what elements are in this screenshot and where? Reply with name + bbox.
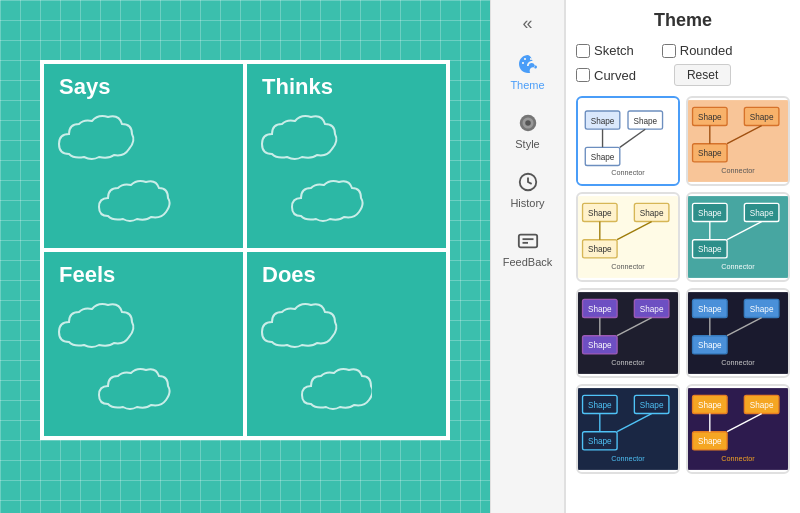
empathy-cell-says[interactable]: Says [42,62,245,250]
svg-text:Connector: Connector [721,454,755,463]
sidebar-item-history[interactable]: History [491,160,564,219]
cloud-1 [54,109,139,164]
svg-text:Shape: Shape [750,305,774,314]
theme-card-blue-purple[interactable]: Shape Shape Shape Connector [686,288,790,378]
svg-text:Shape: Shape [588,341,612,350]
curved-checkbox[interactable] [576,68,590,82]
sidebar: « Theme Style History [490,0,565,513]
sketch-checkbox[interactable] [576,44,590,58]
svg-text:Connector: Connector [611,168,645,177]
feels-label: Feels [59,262,115,288]
right-panel: Theme Sketch Rounded Curved Reset [565,0,800,513]
svg-text:Shape: Shape [698,401,722,410]
empathy-map: Says Thinks Feels [40,60,450,440]
cloud-2 [94,174,174,224]
says-label: Says [59,74,110,100]
svg-text:Shape: Shape [698,305,722,314]
feedback-icon [516,229,540,253]
svg-text:Shape: Shape [698,209,722,218]
history-icon [516,170,540,194]
theme-card-orange[interactable]: Shape Shape Shape Connector [686,96,790,186]
svg-text:Shape: Shape [698,113,722,122]
sidebar-item-history-label: History [510,197,544,209]
svg-text:Shape: Shape [698,149,722,158]
style-icon [516,111,540,135]
svg-text:Shape: Shape [591,117,615,126]
theme-card-yellow[interactable]: Shape Shape Shape Connector [576,192,680,282]
empathy-cell-thinks[interactable]: Thinks [245,62,448,250]
sidebar-item-style-label: Style [515,138,539,150]
theme-card-dark[interactable]: Shape Shape Shape Connector [576,288,680,378]
theme-row-2: Curved Reset [576,64,790,86]
svg-text:Shape: Shape [588,305,612,314]
svg-text:Shape: Shape [750,113,774,122]
svg-text:Shape: Shape [698,245,722,254]
empathy-cell-feels[interactable]: Feels [42,250,245,438]
sidebar-item-style[interactable]: Style [491,101,564,160]
svg-text:Connector: Connector [611,454,645,463]
svg-point-2 [525,120,531,126]
svg-text:Shape: Shape [750,209,774,218]
svg-text:Shape: Shape [591,153,615,162]
svg-text:Shape: Shape [640,401,664,410]
cloud-6 [94,362,174,412]
theme-icon [516,52,540,76]
panel-title: Theme [576,10,790,31]
sidebar-item-theme[interactable]: Theme [491,42,564,101]
sidebar-item-feedback-label: FeedBack [503,256,553,268]
rounded-checkbox-label[interactable]: Rounded [662,43,733,58]
cloud-3 [257,109,342,164]
cloud-8 [297,362,372,412]
svg-text:Shape: Shape [588,437,612,446]
curved-checkbox-label[interactable]: Curved [576,68,636,83]
svg-text:Connector: Connector [611,262,645,271]
svg-text:Shape: Shape [588,245,612,254]
svg-text:Connector: Connector [721,358,755,367]
theme-card-navy[interactable]: Shape Shape Shape Connector [576,384,680,474]
theme-card-dark-gold[interactable]: Shape Shape Shape Connector [686,384,790,474]
sidebar-item-feedback[interactable]: FeedBack [491,219,564,278]
svg-text:Shape: Shape [750,401,774,410]
svg-text:Connector: Connector [721,262,755,271]
thinks-label: Thinks [262,74,333,100]
svg-text:Shape: Shape [640,305,664,314]
svg-text:Shape: Shape [698,437,722,446]
svg-text:Connector: Connector [721,166,755,175]
svg-rect-4 [518,235,536,248]
cloud-4 [287,174,367,224]
svg-text:Shape: Shape [633,117,657,126]
cloud-7 [257,297,342,352]
reset-button[interactable]: Reset [674,64,731,86]
theme-row-1: Sketch Rounded [576,43,790,58]
theme-card-teal[interactable]: Shape Shape Shape Connector [686,192,790,282]
svg-text:Shape: Shape [698,341,722,350]
svg-text:Shape: Shape [588,209,612,218]
svg-text:Connector: Connector [611,358,645,367]
canvas: Says Thinks Feels [0,0,490,513]
sidebar-item-theme-label: Theme [510,79,544,91]
svg-text:Shape: Shape [588,401,612,410]
collapse-button[interactable]: « [491,5,564,42]
svg-text:Shape: Shape [640,209,664,218]
theme-grid: Shape Shape Shape Connector Shape Shape … [576,96,790,474]
sketch-checkbox-label[interactable]: Sketch [576,43,634,58]
theme-card-default[interactable]: Shape Shape Shape Connector [576,96,680,186]
does-label: Does [262,262,316,288]
empathy-cell-does[interactable]: Does [245,250,448,438]
cloud-5 [54,297,139,352]
rounded-checkbox[interactable] [662,44,676,58]
theme-options: Sketch Rounded Curved Reset [576,43,790,86]
